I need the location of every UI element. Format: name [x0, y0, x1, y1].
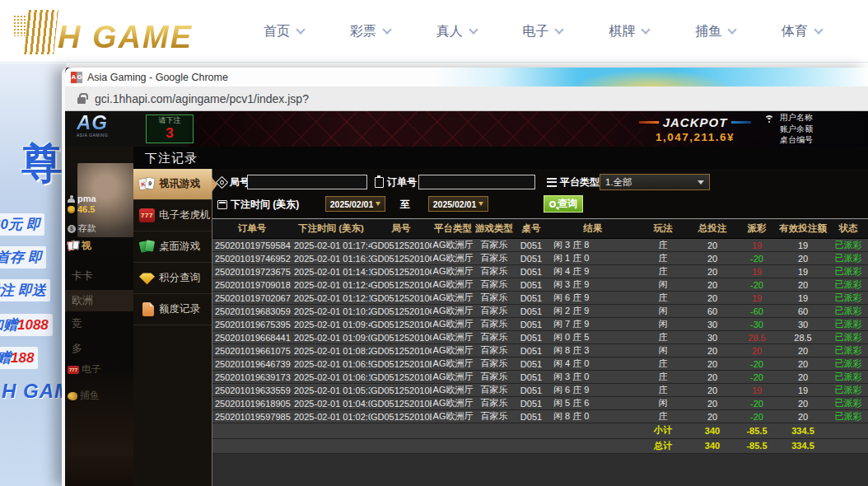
cell-play: 庄: [637, 410, 688, 423]
cell-platform: AG欧洲厅: [432, 265, 474, 278]
table-row: 2502010197020672025-02-01 01:12:11GD0512…: [212, 292, 868, 305]
subtotal-row: 小计 340 -85.5 334.5: [212, 423, 868, 439]
menu-item-table-games[interactable]: 桌面游戏: [133, 231, 212, 263]
chrome-popup-window: AG Asia Gaming - Google Chrome gci.1hhap…: [62, 68, 868, 486]
cell-game: 百家乐: [474, 292, 514, 304]
cell-table: D051: [514, 372, 548, 382]
col-header-round: 局号: [371, 222, 432, 235]
url-text: gci.1hhapi.com/agingame/pcv1/index.jsp?: [95, 92, 309, 105]
table-row: 2502010196467392025-02-01 01:06:57GD0512…: [212, 357, 868, 371]
subtotal-valid-bet: 334.5: [777, 426, 828, 436]
cell-bet: 60: [688, 306, 736, 316]
cell-valid: 20: [777, 280, 828, 290]
cell-game: 百家乐: [474, 344, 514, 357]
cell-status: 已派彩: [828, 239, 868, 251]
cell-result: 闲 6 庄 9: [548, 384, 604, 396]
cell-valid: 30: [777, 320, 828, 329]
deposit-button[interactable]: $存款: [68, 222, 96, 235]
calendar-icon: [217, 200, 227, 209]
cell-round: GD051252010BV: [371, 399, 432, 409]
date-to-select[interactable]: 2025/02/01: [428, 196, 488, 212]
cell-game: 百家乐: [474, 357, 514, 370]
nav-item-slots[interactable]: 电子: [522, 23, 562, 40]
bet-record-panel: 下注记录 视讯游戏 777 电子老虎机 桌面游戏: [133, 147, 868, 486]
time-filter-label: 下注时间 (美东): [217, 198, 299, 212]
col-header-time: 下注时间 (美东): [292, 222, 371, 235]
list-icon: [547, 178, 557, 187]
col-header-valid-bet: 有效投注额: [777, 222, 828, 235]
cell-payout: -20: [736, 399, 777, 409]
username-text: pma: [77, 194, 96, 203]
cell-status: 已派彩: [828, 292, 868, 304]
cell-time: 2025-02-01 01:05:38: [292, 386, 371, 395]
nav-item-lottery[interactable]: 彩票: [350, 23, 390, 40]
menu-item-points-query[interactable]: 积分查询: [133, 263, 212, 294]
cell-bet: 30: [688, 333, 736, 343]
nav-item-home[interactable]: 首页: [264, 23, 304, 40]
cell-platform: AG欧洲厅: [432, 252, 474, 264]
cell-table: D051: [514, 241, 548, 250]
nav-item-sports[interactable]: 体育: [782, 23, 822, 40]
cell-bet: 20: [688, 241, 736, 250]
menu-item-slot-machines[interactable]: 777 电子老虎机: [133, 200, 212, 231]
cell-payout: 19: [736, 241, 777, 250]
table-row: 2502010196335592025-02-01 01:05:38GD0512…: [212, 384, 868, 397]
gem-icon: [139, 271, 155, 285]
table-row: 2502010196391732025-02-01 01:06:14GD0512…: [212, 371, 868, 384]
promo-bonus-amount: 1088: [17, 317, 49, 333]
menu-item-credit-record[interactable]: 额度记录: [133, 294, 212, 325]
cell-time: 2025-02-01 01:02:02: [292, 412, 371, 422]
date-from-select[interactable]: 2025/02/01: [325, 196, 385, 212]
cell-payout: -60: [736, 306, 777, 316]
cell-play: 庄: [637, 252, 688, 264]
platform-select[interactable]: 1.全部: [600, 174, 710, 190]
cell-status: 已派彩: [828, 265, 868, 278]
lobby-item-fragment: 捕鱼: [68, 389, 100, 403]
cell-play: 闲: [637, 318, 688, 330]
menu-item-video-games[interactable]: 视讯游戏: [133, 169, 212, 200]
nav-item-live[interactable]: 真人: [436, 23, 477, 40]
cell-order: 250201019639173: [212, 372, 292, 382]
cell-platform: AG欧洲厅: [432, 344, 474, 357]
lobby-item-label: 电子: [82, 362, 101, 376]
menu-label: 电子老虎机: [159, 208, 211, 222]
search-button[interactable]: 查询: [544, 195, 583, 213]
cell-payout: 20: [736, 346, 777, 356]
nav-item-fishing[interactable]: 捕鱼: [695, 23, 735, 40]
coin-icon: $: [68, 225, 76, 233]
cell-platform: AG欧洲厅: [432, 292, 474, 304]
lobby-item-fragment: 多: [72, 341, 82, 356]
cell-payout: -20: [736, 359, 777, 369]
cell-valid: 20: [777, 346, 828, 356]
cell-play: 闲: [637, 305, 688, 317]
cell-table: D051: [514, 267, 548, 277]
total-label: 总计: [637, 440, 688, 452]
window-titlebar[interactable]: AG Asia Gaming - Google Chrome: [65, 68, 868, 86]
cell-round: GD051252010CF: [371, 241, 432, 250]
cell-result: 闲 8 庄 3: [548, 344, 604, 357]
lobby-sidebar-background: pma 46.5 $存款 视 卡卡 欧洲 竞 多 777电子 捕鱼: [65, 147, 133, 486]
browser-urlbar[interactable]: gci.1hhapi.com/agingame/pcv1/index.jsp?: [65, 86, 868, 111]
cell-game: 百家乐: [474, 318, 514, 330]
date-to-value: 2025/02/01: [433, 199, 477, 209]
cell-play: 庄: [637, 292, 688, 304]
nav-label: 棋牌: [609, 23, 635, 40]
nav-item-cards[interactable]: 棋牌: [609, 23, 649, 40]
video-tab-label: 视: [82, 239, 91, 253]
lobby-item-label: 捕鱼: [80, 389, 100, 403]
cell-table: D051: [514, 280, 548, 290]
cell-payout: 19: [736, 267, 777, 277]
cell-bet: 20: [688, 254, 736, 264]
cell-time: 2025-02-01 01:06:14: [292, 372, 371, 382]
cell-valid: 20: [777, 372, 828, 382]
round-input[interactable]: [247, 175, 367, 189]
promo-bonus-text: 加赠: [0, 317, 17, 333]
cell-bet: 30: [688, 320, 736, 329]
order-input[interactable]: [418, 175, 535, 189]
balance-text: 46.5: [77, 204, 95, 214]
deposit-label: 存款: [78, 222, 96, 235]
cell-status: 已派彩: [828, 252, 868, 264]
cell-order: 250201019597985: [212, 412, 292, 422]
site-logo[interactable]: H GAME: [13, 7, 193, 56]
cell-round: GD051252010C2: [371, 333, 432, 343]
